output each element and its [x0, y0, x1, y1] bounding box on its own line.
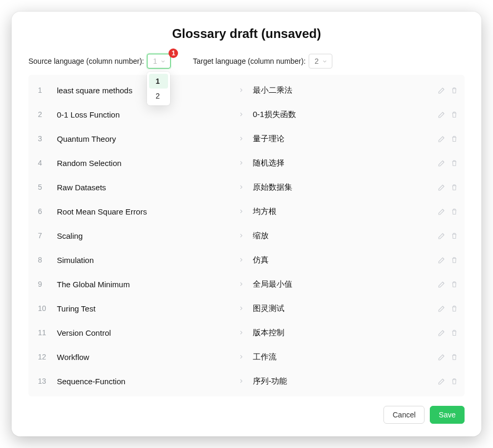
table-row: 10Turing Test图灵测试: [28, 296, 465, 320]
table-row: 11Version Control版本控制: [28, 320, 465, 345]
delete-icon[interactable]: [450, 232, 458, 240]
row-actions: [427, 256, 458, 264]
source-term: The Global Minimum: [56, 280, 234, 289]
target-column-select[interactable]: 2: [309, 54, 332, 69]
source-column-select[interactable]: 1: [147, 54, 171, 69]
dropdown-option-2[interactable]: 2: [149, 89, 168, 103]
source-term: Quantum Theory: [56, 134, 234, 143]
edit-icon[interactable]: [438, 231, 446, 240]
chevron-right-icon: [234, 87, 249, 93]
dropdown-option-1[interactable]: 1: [149, 74, 168, 89]
chevron-right-icon: [234, 208, 249, 215]
row-number: 13: [35, 377, 56, 385]
chevron-right-icon: [234, 281, 249, 287]
table-row: 4Random Selection随机选择: [28, 151, 465, 175]
row-actions: [427, 328, 458, 337]
delete-icon[interactable]: [450, 135, 458, 143]
source-column-dropdown: 1 2: [147, 72, 170, 105]
chevron-right-icon: [234, 160, 249, 166]
target-term: 均方根: [249, 207, 427, 217]
target-term: 仿真: [249, 255, 427, 265]
row-actions: [427, 207, 458, 216]
row-actions: [427, 86, 458, 94]
delete-icon[interactable]: [450, 183, 458, 191]
row-number: 3: [35, 134, 56, 143]
chevron-right-icon: [234, 354, 249, 360]
edit-icon[interactable]: [438, 256, 446, 264]
chevron-right-icon: [234, 184, 249, 190]
row-actions: [427, 183, 458, 191]
table-row: 12Workflow工作流: [28, 345, 465, 369]
row-actions: [427, 304, 458, 313]
edit-icon[interactable]: [438, 183, 446, 191]
target-language-group: Target language (column number): 2: [193, 54, 332, 69]
row-number: 12: [35, 353, 56, 361]
edit-icon[interactable]: [438, 328, 446, 337]
delete-icon[interactable]: [450, 353, 458, 361]
source-term: Sequence-Function: [56, 377, 234, 386]
table-row: 9The Global Minimum全局最小值: [28, 272, 465, 296]
edit-icon[interactable]: [438, 110, 446, 119]
glossary-list: 1least square methods最小二乘法20-1 Loss Func…: [28, 75, 465, 396]
delete-icon[interactable]: [450, 159, 458, 167]
row-number: 2: [35, 110, 56, 119]
delete-icon[interactable]: [450, 377, 458, 385]
row-number: 1: [35, 86, 56, 94]
edit-icon[interactable]: [438, 134, 446, 143]
target-term: 0-1损失函数: [249, 110, 427, 120]
chevron-right-icon: [234, 305, 249, 311]
edit-icon[interactable]: [438, 159, 446, 167]
row-number: 7: [35, 231, 56, 240]
cancel-button[interactable]: Cancel: [383, 406, 425, 424]
source-select-wrapper: 1 1 1 2: [147, 54, 171, 69]
edit-icon[interactable]: [438, 280, 446, 288]
table-row: 3Quantum Theory量子理论: [28, 126, 465, 151]
delete-icon[interactable]: [450, 280, 458, 288]
modal-footer: Cancel Save: [28, 396, 465, 424]
page-title: Glossary draft (unsaved): [28, 26, 465, 41]
source-term: least square methods: [56, 86, 234, 95]
target-term: 量子理论: [249, 134, 427, 144]
chevron-right-icon: [234, 329, 249, 336]
row-actions: [427, 280, 458, 288]
source-language-label: Source language (column number):: [28, 57, 144, 65]
delete-icon[interactable]: [450, 329, 458, 337]
chevron-right-icon: [234, 135, 249, 142]
target-term: 工作流: [249, 352, 427, 362]
row-number: 4: [35, 159, 56, 167]
source-term: Random Selection: [56, 159, 234, 168]
row-actions: [427, 353, 458, 361]
row-number: 8: [35, 256, 56, 264]
row-number: 9: [35, 280, 56, 288]
source-term: 0-1 Loss Function: [56, 110, 234, 119]
delete-icon[interactable]: [450, 208, 458, 216]
delete-icon[interactable]: [450, 305, 458, 313]
edit-icon[interactable]: [438, 304, 446, 313]
edit-icon[interactable]: [438, 86, 446, 94]
target-term: 缩放: [249, 231, 427, 241]
row-number: 11: [35, 328, 56, 337]
delete-icon[interactable]: [450, 86, 458, 94]
edit-icon[interactable]: [438, 377, 446, 385]
source-language-group: Source language (column number): 1 1 1 2: [28, 54, 171, 69]
save-button[interactable]: Save: [430, 406, 465, 424]
target-term: 原始数据集: [249, 182, 427, 192]
edit-icon[interactable]: [438, 207, 446, 216]
target-term: 版本控制: [249, 328, 427, 338]
table-row: 7Scaling缩放: [28, 223, 465, 248]
row-number: 10: [35, 304, 56, 313]
row-actions: [427, 159, 458, 167]
target-column-value: 2: [314, 57, 319, 65]
target-term: 图灵测试: [249, 304, 427, 314]
row-number: 5: [35, 183, 56, 191]
delete-icon[interactable]: [450, 111, 458, 119]
delete-icon[interactable]: [450, 256, 458, 264]
glossary-draft-modal: Glossary draft (unsaved) Source language…: [12, 12, 481, 436]
chevron-down-icon: [160, 59, 166, 64]
chevron-down-icon: [322, 59, 328, 64]
chevron-right-icon: [234, 257, 249, 263]
source-term: Root Mean Square Errors: [56, 207, 234, 216]
target-term: 全局最小值: [249, 279, 427, 289]
edit-icon[interactable]: [438, 353, 446, 361]
row-actions: [427, 231, 458, 240]
